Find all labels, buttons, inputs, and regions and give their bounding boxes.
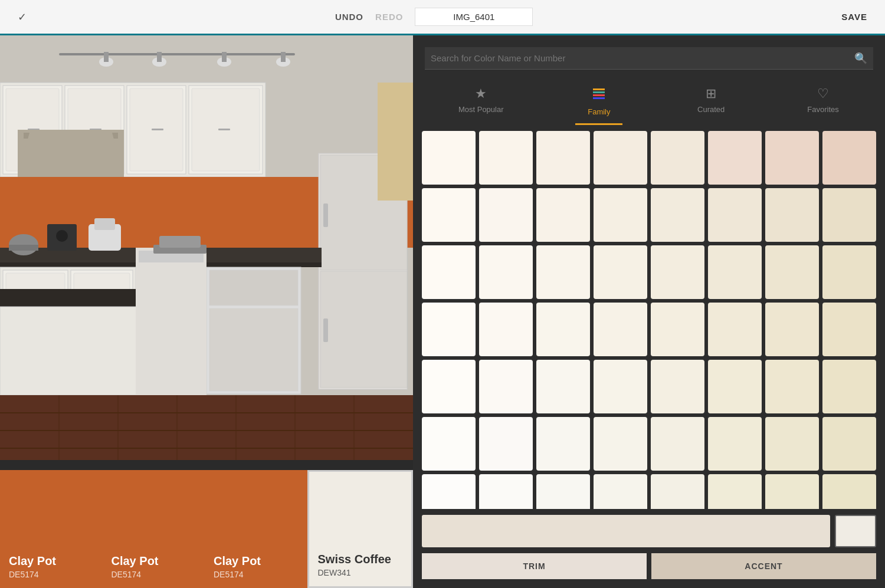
search-button[interactable]: 🔍 — [854, 52, 867, 65]
grid-swatch[interactable] — [594, 474, 647, 509]
swatch-clay2-name: Clay Pot — [112, 554, 196, 568]
undo-button[interactable]: UNDO — [335, 12, 363, 22]
grid-swatch[interactable] — [536, 188, 590, 242]
swatch-clay3-name: Clay Pot — [214, 554, 299, 568]
tabs: ★ Most Popular Family ⊞ Curated — [413, 75, 885, 125]
grid-swatch[interactable] — [822, 360, 876, 413]
grid-swatch[interactable] — [479, 360, 533, 413]
grid-swatch[interactable] — [479, 417, 533, 471]
grid-swatch[interactable] — [422, 417, 476, 471]
grid-swatch[interactable] — [594, 131, 647, 185]
grid-swatch[interactable] — [536, 303, 590, 356]
grid-swatch[interactable] — [651, 245, 704, 299]
grid-swatch[interactable] — [651, 417, 704, 471]
grid-swatch[interactable] — [594, 303, 647, 356]
grid-swatch[interactable] — [479, 303, 533, 356]
grid-swatch[interactable] — [651, 303, 704, 356]
grid-swatch[interactable] — [651, 188, 704, 242]
grid-swatch[interactable] — [708, 474, 762, 509]
search-input[interactable] — [425, 47, 873, 70]
back-chevron-icon[interactable]: ✓ — [18, 11, 27, 24]
grid-swatch[interactable] — [765, 245, 819, 299]
tab-curated-label: Curated — [697, 105, 725, 114]
kitchen-svg — [0, 35, 413, 460]
grid-swatch[interactable] — [765, 131, 819, 185]
grid-swatch[interactable] — [765, 303, 819, 356]
grid-swatch[interactable] — [422, 245, 476, 299]
grid-swatch[interactable] — [651, 360, 704, 413]
grid-swatch[interactable] — [822, 303, 876, 356]
grid-swatch[interactable] — [822, 474, 876, 509]
compare-area — [413, 509, 885, 553]
swatch-clay1-code: DE5174 — [9, 570, 94, 579]
trim-accent-area: TRIM ACCENT — [413, 553, 885, 588]
grid-swatch[interactable] — [536, 360, 590, 413]
grid-swatch[interactable] — [479, 474, 533, 509]
svg-marker-26 — [18, 133, 124, 177]
grid-swatch[interactable] — [422, 188, 476, 242]
swatch-clay3[interactable]: Clay Pot DE5174 — [205, 470, 307, 588]
grid-swatch[interactable] — [708, 188, 762, 242]
tab-family-label: Family — [588, 107, 610, 116]
grid-swatch[interactable] — [594, 360, 647, 413]
swatch-swiss[interactable]: Swiss Coffee DEW341 — [307, 470, 414, 588]
right-panel: 🔍 ★ Most Popular Family — [413, 35, 885, 588]
svg-rect-3 — [104, 52, 109, 62]
grid-swatch[interactable] — [422, 303, 476, 356]
trim-button[interactable]: TRIM — [422, 553, 647, 579]
redo-button[interactable]: REDO — [375, 12, 403, 22]
tab-family[interactable]: Family — [575, 81, 622, 125]
tab-most-popular[interactable]: ★ Most Popular — [451, 81, 511, 125]
grid-swatch[interactable] — [822, 131, 876, 185]
heart-icon: ♡ — [817, 86, 829, 101]
grid-swatch[interactable] — [708, 417, 762, 471]
svg-rect-70 — [593, 97, 605, 99]
grid-swatch[interactable] — [536, 131, 590, 185]
svg-rect-69 — [593, 94, 605, 96]
grid-swatch[interactable] — [536, 245, 590, 299]
svg-rect-44 — [209, 270, 298, 306]
grid-swatch[interactable] — [422, 131, 476, 185]
grid-swatch[interactable] — [822, 245, 876, 299]
grid-swatch[interactable] — [594, 188, 647, 242]
svg-rect-68 — [593, 91, 605, 93]
grid-swatch[interactable] — [479, 245, 533, 299]
tab-favorites[interactable]: ♡ Favorites — [799, 81, 847, 125]
swatch-clay1[interactable]: Clay Pot DE5174 — [0, 470, 103, 588]
save-button[interactable]: SAVE — [841, 12, 867, 22]
grid-swatch[interactable] — [594, 245, 647, 299]
svg-rect-45 — [209, 308, 298, 391]
grid-swatch[interactable] — [765, 474, 819, 509]
lines-icon — [592, 86, 606, 104]
kitchen-scene — [0, 35, 413, 460]
compare-swatch-left[interactable] — [422, 515, 830, 547]
grid-swatch[interactable] — [765, 360, 819, 413]
grid-swatch[interactable] — [651, 474, 704, 509]
swatch-clay2[interactable]: Clay Pot DE5174 — [103, 470, 205, 588]
grid-swatch[interactable] — [708, 303, 762, 356]
grid-swatch[interactable] — [422, 360, 476, 413]
accent-button[interactable]: ACCENT — [651, 553, 876, 579]
grid-swatch[interactable] — [594, 417, 647, 471]
color-grid — [413, 125, 885, 509]
tab-curated[interactable]: ⊞ Curated — [687, 81, 735, 125]
grid-swatch[interactable] — [536, 474, 590, 509]
grid-swatch[interactable] — [822, 188, 876, 242]
grid-swatch[interactable] — [708, 245, 762, 299]
svg-rect-31 — [323, 318, 328, 342]
filename-display: IMG_6401 — [415, 8, 533, 26]
grid-swatch[interactable] — [422, 474, 476, 509]
grid-swatch[interactable] — [479, 131, 533, 185]
grid-swatch[interactable] — [765, 188, 819, 242]
grid-swatch[interactable] — [708, 360, 762, 413]
grid-swatch[interactable] — [651, 131, 704, 185]
svg-rect-1 — [59, 53, 295, 55]
grid-swatch[interactable] — [479, 188, 533, 242]
grid-swatch[interactable] — [822, 417, 876, 471]
grid-swatch[interactable] — [708, 131, 762, 185]
grid-swatch[interactable] — [536, 417, 590, 471]
swatch-clay3-code: DE5174 — [214, 570, 299, 579]
grid-swatch[interactable] — [765, 417, 819, 471]
compare-swatch-right[interactable] — [835, 515, 876, 547]
tab-favorites-label: Favorites — [807, 105, 838, 114]
